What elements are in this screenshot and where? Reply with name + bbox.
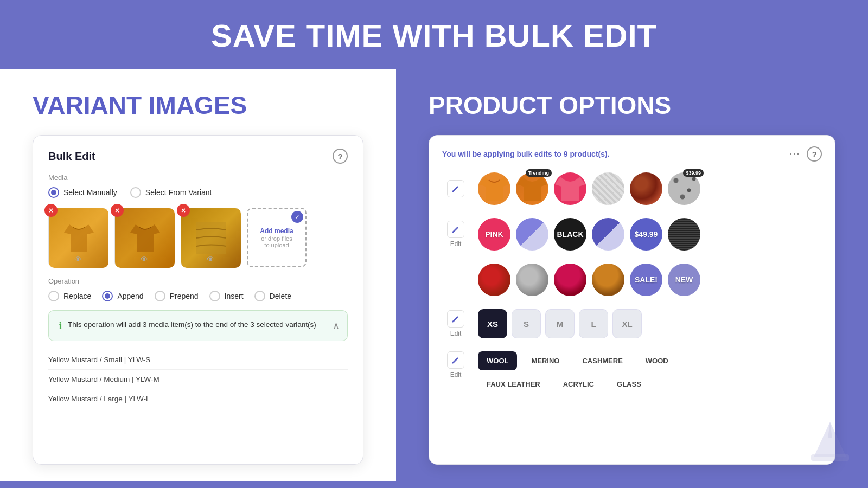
eye-icon-3[interactable]: 👁: [207, 255, 214, 264]
size-s[interactable]: S: [512, 309, 541, 338]
card-header: Bulk Edit ?: [48, 149, 348, 164]
op-append[interactable]: Append: [102, 291, 143, 301]
edit-btn-2[interactable]: [447, 221, 464, 238]
op-delete-label: Delete: [270, 292, 291, 300]
circle-purple-dark-inner: [592, 218, 624, 251]
eye-icon-2[interactable]: 👁: [141, 255, 148, 264]
operation-label: Operation: [48, 277, 348, 285]
circle-orange-shirt[interactable]: [478, 172, 510, 205]
circle-cherry[interactable]: [554, 264, 586, 296]
edit-label-size: Edit: [450, 330, 462, 337]
op-insert-label: Insert: [225, 292, 244, 300]
circle-black-text[interactable]: BLACK: [554, 218, 586, 251]
radio-select-manually[interactable]: Select Manually: [48, 187, 117, 198]
material-glass[interactable]: GLASS: [608, 375, 650, 394]
edit-btn-material[interactable]: [447, 351, 464, 369]
price-badge: $39.99: [683, 169, 704, 177]
op-delete-circle: [254, 291, 265, 301]
circle-inner-5: [630, 172, 662, 205]
circle-blue-inner: $49.99: [630, 218, 662, 251]
radio-select-from-variant[interactable]: Select From Variant: [130, 187, 212, 198]
circle-purple-dark[interactable]: [592, 218, 624, 251]
circle-new[interactable]: NEW: [668, 264, 700, 296]
bulk-edit-card: Bulk Edit ? Media Select Manually Select…: [33, 135, 363, 465]
op-prepend-circle: [155, 291, 165, 301]
variant-item-2: Yellow Mustard / Medium | YLW-M: [48, 369, 348, 389]
op-append-label: Append: [117, 292, 143, 300]
info-prefix: You will be applying bulk edits to: [442, 150, 561, 158]
variant-item-1: Yellow Mustard / Small | YLW-S: [48, 350, 348, 369]
remove-btn-1[interactable]: ×: [44, 204, 58, 217]
trending-badge: Trending: [526, 169, 552, 177]
circle-dark-texture[interactable]: [668, 218, 700, 251]
circle-price-blue[interactable]: $49.99: [630, 218, 662, 251]
material-pills-row2: FAUX LEATHER ACRYLIC GLASS: [478, 375, 822, 394]
circle-sale[interactable]: SALE!: [630, 264, 662, 296]
op-replace-circle: [48, 291, 59, 301]
circle-leopard[interactable]: $39.99: [668, 172, 700, 205]
circle-brown-crack[interactable]: [630, 172, 662, 205]
circle-red-fuzzy[interactable]: [478, 264, 510, 296]
price-49-text: $49.99: [635, 230, 658, 239]
circle-pink-shirt[interactable]: [554, 172, 586, 205]
pink-text: PINK: [485, 230, 503, 239]
op-delete[interactable]: Delete: [254, 291, 291, 301]
shirt-svg-1: [64, 222, 94, 254]
circle-orange-trending[interactable]: Trending: [516, 172, 548, 205]
fabric-svg: [196, 222, 226, 254]
circle-pink-inner: PINK: [478, 218, 510, 251]
image-thumb-3: × 👁: [181, 208, 240, 267]
dots-menu-icon[interactable]: ⋮: [788, 149, 801, 159]
circle-gray-pattern[interactable]: [592, 172, 624, 205]
op-append-circle: [102, 291, 113, 301]
material-faux-leather[interactable]: FAUX LEATHER: [478, 375, 549, 394]
edit-btn-size[interactable]: [447, 310, 464, 328]
material-acrylic[interactable]: ACRYLIC: [554, 375, 603, 394]
circle-inner-3: [554, 172, 586, 205]
add-media-box[interactable]: ✓ Add media or drop filesto upload: [247, 208, 307, 267]
eye-icon-1[interactable]: 👁: [74, 255, 82, 264]
help-icon[interactable]: ?: [333, 149, 348, 164]
shirt-circle-2: [516, 172, 548, 205]
product-help-icon[interactable]: ?: [807, 146, 822, 162]
op-prepend[interactable]: Prepend: [155, 291, 199, 301]
remove-btn-2[interactable]: ×: [111, 204, 124, 217]
card-header-actions: ⋮ ?: [789, 146, 822, 162]
size-xl[interactable]: XL: [612, 309, 642, 338]
pencil-icon-material: [452, 356, 459, 364]
op-insert[interactable]: Insert: [209, 291, 244, 301]
product-card-header: You will be applying bulk edits to 9 pro…: [442, 146, 822, 162]
size-m[interactable]: M: [545, 309, 575, 338]
material-cashmere[interactable]: CASHMERE: [573, 351, 631, 370]
size-row: Edit XS S M L XL: [442, 309, 822, 338]
circle-pendant[interactable]: [592, 264, 624, 296]
edit-col-1: [442, 180, 469, 197]
remove-btn-3[interactable]: ×: [177, 204, 190, 217]
sale-text: SALE!: [635, 275, 658, 284]
black-text: BLACK: [557, 230, 584, 239]
add-media-text: Add media: [260, 227, 293, 236]
collapse-btn[interactable]: ∧: [333, 320, 340, 332]
circle-black-inner: BLACK: [554, 218, 586, 251]
radio-label-variant: Select From Variant: [145, 188, 212, 197]
edit-col-2: Edit: [442, 221, 469, 248]
size-xs[interactable]: XS: [478, 309, 507, 338]
product-count: 9 product(s).: [564, 150, 610, 158]
size-l[interactable]: L: [579, 309, 608, 338]
circle-new-inner: NEW: [668, 264, 700, 296]
material-wool[interactable]: WOOL: [478, 351, 517, 370]
circle-purple-half[interactable]: [516, 218, 548, 251]
material-merino[interactable]: MERINO: [522, 351, 568, 370]
media-radio-group: Select Manually Select From Variant: [48, 187, 348, 198]
header: SAVE TIME WITH BULK EDIT: [0, 0, 868, 69]
op-replace[interactable]: Replace: [48, 291, 91, 301]
circle-pendant-inner: [592, 264, 624, 296]
edit-btn-1[interactable]: [447, 180, 464, 197]
circle-gray-fuzzy-inner: [516, 264, 548, 296]
material-wood[interactable]: WOOD: [637, 351, 677, 370]
circle-inner-6: [668, 172, 700, 205]
color-row-3: SALE! NEW: [442, 264, 822, 296]
variant-list: Yellow Mustard / Small | YLW-S Yellow Mu…: [48, 350, 348, 408]
circle-pink-text[interactable]: PINK: [478, 218, 510, 251]
circle-gray-fuzzy[interactable]: [516, 264, 548, 296]
